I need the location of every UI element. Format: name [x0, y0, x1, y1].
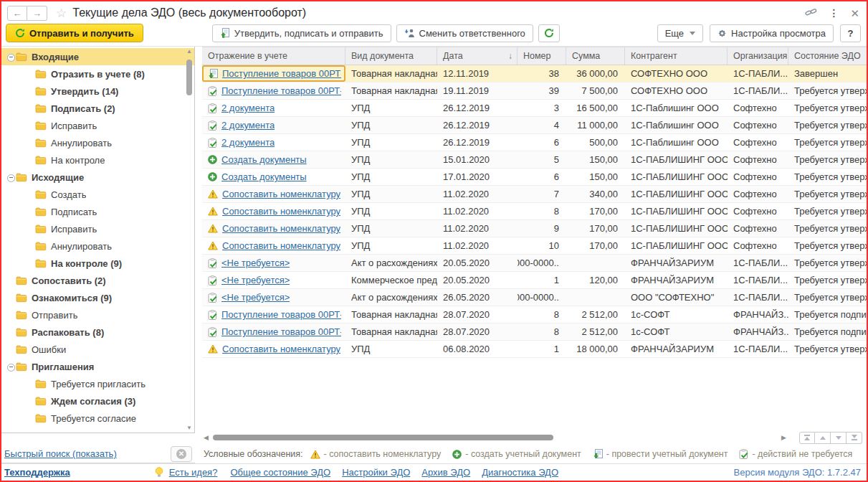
- sidebar-item[interactable]: Аннулировать: [1, 134, 194, 151]
- sidebar-item[interactable]: Ждем согласия (3): [1, 392, 194, 410]
- table-row[interactable]: 2 документаУПД26.12.2019316 500,001С-Паб…: [202, 100, 867, 117]
- sidebar-item[interactable]: На контроле: [1, 151, 194, 169]
- scroll-up-icon[interactable]: ▲: [186, 48, 193, 55]
- view-settings-button[interactable]: Настройка просмотра: [710, 24, 834, 42]
- table-row[interactable]: Создать документыУПД15.01.20205150,001С-…: [202, 151, 867, 169]
- table-row[interactable]: Сопоставить номенклатуруУПД11.02.2020101…: [202, 237, 867, 255]
- statusbar-link[interactable]: Архив ЭДО: [421, 467, 470, 478]
- statusbar-link[interactable]: Настройки ЭДО: [342, 467, 410, 478]
- document-link[interactable]: <Не требуется>: [221, 292, 290, 303]
- sidebar-item[interactable]: Утвердить (14): [1, 82, 194, 100]
- document-link[interactable]: 2 документа: [221, 137, 275, 148]
- column-header[interactable]: Сумма: [566, 47, 625, 65]
- table-row[interactable]: Сопоставить номенклатуруУПД11.02.2020734…: [202, 186, 867, 203]
- document-link[interactable]: Создать документы: [221, 154, 307, 165]
- forward-button[interactable]: →: [27, 6, 47, 21]
- favorite-star-icon[interactable]: ☆: [56, 7, 67, 19]
- statusbar-link[interactable]: Диагностика ЭДО: [482, 467, 558, 478]
- document-link[interactable]: Создать документы: [221, 171, 307, 182]
- column-header[interactable]: Номер: [518, 47, 566, 65]
- column-header[interactable]: Контрагент: [625, 47, 728, 65]
- document-link[interactable]: <Не требуется>: [221, 257, 290, 268]
- collapse-icon[interactable]: [6, 174, 16, 181]
- scroll-down-icon[interactable]: ▼: [186, 425, 193, 431]
- table-row[interactable]: Поступление товаров 00РТ-...Товарная нак…: [202, 306, 867, 323]
- close-icon[interactable]: ✕: [850, 8, 859, 19]
- sidebar-item[interactable]: Входящие: [1, 48, 194, 65]
- go-next-button[interactable]: [831, 432, 846, 444]
- sidebar-item[interactable]: Аннулировать: [1, 237, 194, 255]
- sidebar-scrollbar-thumb[interactable]: [186, 60, 192, 95]
- sidebar-item[interactable]: Распаковать (8): [1, 323, 194, 341]
- scroll-right-icon[interactable]: ▶: [781, 435, 786, 441]
- column-header[interactable]: Состояние ЭДО: [788, 47, 868, 65]
- document-link[interactable]: Поступление товаров 00РТ-...: [221, 85, 341, 96]
- table-row[interactable]: 2 документаУПД26.12.2019411 000,001С-Паб…: [202, 117, 867, 134]
- column-header[interactable]: Дата↓: [437, 47, 518, 65]
- idea-link[interactable]: Есть идея?: [169, 467, 218, 478]
- column-header[interactable]: Вид документа: [345, 47, 437, 65]
- sidebar-item[interactable]: Ознакомиться (9): [1, 289, 194, 306]
- horizontal-scrollbar[interactable]: [211, 434, 778, 441]
- sidebar-item[interactable]: Отразить в учете (8): [1, 65, 194, 82]
- document-link[interactable]: Сопоставить номенклатуру: [222, 223, 340, 234]
- table-row[interactable]: 2 документаУПД26.12.20196500,001С-Паблиш…: [202, 134, 867, 151]
- table-row[interactable]: <Не требуется>Коммерческое предл...20.05…: [202, 272, 867, 289]
- sidebar-item[interactable]: Приглашения: [1, 358, 194, 375]
- collapse-icon[interactable]: [6, 364, 16, 370]
- quick-search-link[interactable]: Быстрый поиск (показать): [4, 448, 117, 459]
- go-prev-button[interactable]: [815, 432, 831, 444]
- table-row[interactable]: <Не требуется>Акт о расхождениях20.05.20…: [202, 255, 867, 272]
- refresh-button[interactable]: [538, 24, 560, 42]
- horizontal-scrollbar-thumb[interactable]: [213, 435, 553, 440]
- back-button[interactable]: ←: [7, 6, 27, 21]
- sidebar-item[interactable]: Требуется пригласить: [1, 375, 194, 392]
- document-link[interactable]: Сопоставить номенклатуру: [222, 240, 340, 251]
- document-link[interactable]: 2 документа: [221, 120, 275, 131]
- column-header[interactable]: Отражение в учете: [202, 47, 345, 65]
- collapse-icon[interactable]: [6, 54, 16, 60]
- document-link[interactable]: Поступление товаров 00РТ-...: [221, 309, 341, 320]
- table-row[interactable]: Поступление товаров 00РТ-...Товарная нак…: [202, 323, 867, 341]
- go-last-button[interactable]: [846, 432, 862, 444]
- table-row[interactable]: Создать документыУПД17.01.20206150,001С-…: [202, 169, 867, 186]
- table-row[interactable]: <Не требуется>Акт о расхождениях26.05.20…: [202, 289, 867, 306]
- statusbar-link[interactable]: Общее состояние ЭДО: [230, 467, 330, 478]
- sidebar-item[interactable]: Исходящие: [1, 169, 194, 186]
- table-row[interactable]: Сопоставить номенклатуруУПД11.02.2020817…: [202, 203, 867, 220]
- help-button[interactable]: ?: [840, 24, 861, 42]
- support-link[interactable]: Техподдержка: [4, 467, 70, 478]
- scroll-left-icon[interactable]: ◀: [204, 435, 209, 441]
- sidebar-item[interactable]: Исправить: [1, 220, 194, 237]
- more-actions-button[interactable]: Еще: [657, 24, 703, 42]
- sidebar-item[interactable]: Подписать (2): [1, 100, 194, 117]
- table-row[interactable]: Сопоставить номенклатуруУПД06.08.2020118…: [202, 341, 867, 358]
- document-link[interactable]: Сопоставить номенклатуру: [222, 344, 340, 354]
- send-receive-button[interactable]: Отправить и получить: [6, 24, 143, 42]
- more-menu-icon[interactable]: ⋮: [829, 8, 839, 18]
- document-link[interactable]: Поступление товаров 00РТ-...: [222, 68, 341, 79]
- sidebar-scrollbar[interactable]: ▲ ▼: [186, 48, 193, 431]
- table-row[interactable]: Поступление товаров 00РТ-...Товарная нак…: [202, 65, 867, 82]
- document-link[interactable]: Сопоставить номенклатуру: [222, 206, 340, 217]
- sidebar-item[interactable]: Отправить: [1, 306, 194, 323]
- sidebar-item[interactable]: Исправить: [1, 117, 194, 134]
- column-header[interactable]: Организация: [728, 47, 788, 65]
- document-link[interactable]: 2 документа: [221, 103, 275, 113]
- sidebar-item[interactable]: Создать: [1, 186, 194, 203]
- sidebar-item[interactable]: На контроле (9): [1, 255, 194, 272]
- sidebar-item[interactable]: Сопоставить (2): [1, 272, 194, 289]
- change-responsible-button[interactable]: Сменить ответственного: [396, 24, 533, 42]
- clear-search-button[interactable]: ✕: [171, 446, 192, 462]
- sidebar-item[interactable]: Требуется согласие: [1, 410, 194, 427]
- sidebar-item[interactable]: Ошибки: [1, 341, 194, 358]
- get-link-icon[interactable]: [805, 7, 817, 19]
- document-link[interactable]: Сопоставить номенклатуру: [222, 189, 340, 199]
- document-link[interactable]: Поступление товаров 00РТ-...: [221, 326, 341, 337]
- table-row[interactable]: Сопоставить номенклатуруУПД11.02.2020917…: [202, 220, 867, 237]
- sidebar-item[interactable]: Подписать: [1, 203, 194, 220]
- table-row[interactable]: Поступление товаров 00РТ-...Товарная нак…: [202, 82, 867, 100]
- go-first-button[interactable]: [799, 432, 815, 444]
- approve-sign-send-button[interactable]: Утвердить, подписать и отправить: [212, 24, 391, 42]
- document-link[interactable]: <Не требуется>: [221, 275, 290, 285]
